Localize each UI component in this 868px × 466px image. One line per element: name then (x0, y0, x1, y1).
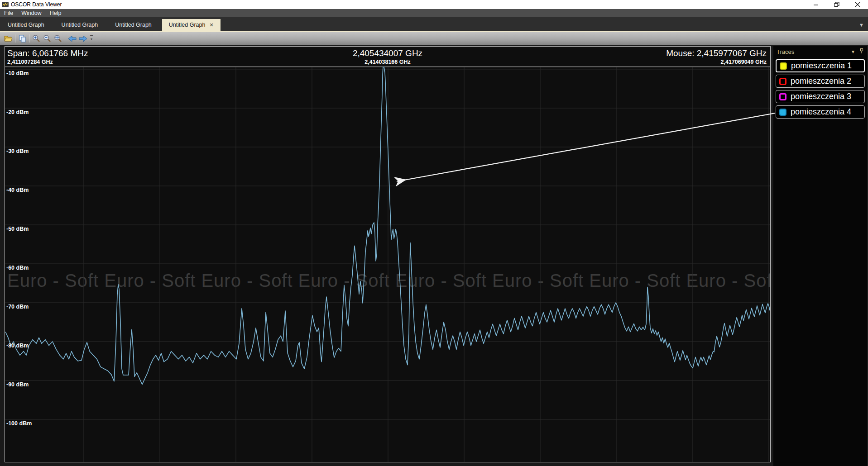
spectrum-chart-panel[interactable]: Span: 6,061766 MHz 2,405434007 GHz Mouse… (5, 46, 771, 462)
restore-button[interactable] (826, 0, 847, 9)
spectrum-plot[interactable] (5, 67, 770, 462)
minimize-button[interactable] (806, 0, 826, 9)
end-freq-label: 2,417069049 GHz (721, 59, 767, 65)
navigate-forward-button[interactable] (77, 33, 88, 44)
y-axis-label: -60 dBm (6, 265, 29, 271)
trace-color-swatch-cyan (779, 109, 786, 116)
y-axis-label: -20 dBm (6, 109, 29, 115)
close-button[interactable] (847, 0, 868, 9)
window-title: OSCOR Data Viewer (11, 1, 62, 8)
traces-panel-header: Traces ▼ (773, 46, 867, 57)
trace-item-pomieszczenia-4[interactable]: pomieszczenia 4 (776, 105, 865, 119)
y-axis-label: -90 dBm (6, 381, 29, 388)
menu-window[interactable]: Window (17, 9, 45, 17)
trace-color-swatch-yellow (780, 62, 787, 70)
trace-color-swatch-red (779, 78, 786, 85)
tab-label: Untitled Graph (169, 22, 206, 28)
menu-help[interactable]: Help (46, 9, 66, 17)
y-axis-label: -80 dBm (6, 342, 29, 349)
y-axis-label: -10 dBm (6, 70, 29, 76)
center-freq-small-label: 2,414038166 GHz (5, 59, 770, 65)
mouse-freq-readout: Mouse: 2,415977067 GHz (666, 48, 767, 58)
window-controls (806, 0, 868, 9)
zoom-reset-button[interactable] (53, 33, 63, 44)
y-axis-label: -100 dBm (6, 420, 32, 427)
pin-icon[interactable] (859, 48, 864, 55)
trace-label: pomieszczenia 3 (791, 92, 851, 101)
trace-item-pomieszczenia-1[interactable]: pomieszczenia 1 (776, 59, 865, 72)
title-bar: OSCOR Data Viewer (0, 0, 868, 9)
trace-legend-list: pomieszczenia 1 pomieszczenia 2 pomieszc… (773, 57, 867, 119)
y-axis-label: -40 dBm (6, 187, 29, 193)
menu-file[interactable]: File (0, 9, 17, 17)
toolbar-overflow-chevron-icon[interactable]: ▔▾ (90, 37, 93, 40)
app-logo-icon (2, 2, 9, 7)
trace-item-pomieszczenia-3[interactable]: pomieszczenia 3 (776, 90, 865, 103)
toolbar-separator (65, 34, 65, 43)
y-axis-label: -70 dBm (6, 304, 29, 310)
center-freq-readout: 2,405434007 GHz (5, 48, 770, 58)
toolbar-separator (15, 34, 15, 43)
tab-untitled-graph-4-active[interactable]: Untitled Graph ✕ (162, 19, 221, 31)
trace-color-swatch-magenta (779, 93, 786, 100)
trace-label: pomieszczenia 4 (791, 107, 851, 117)
y-axis-label: -30 dBm (6, 148, 29, 154)
zoom-in-button[interactable] (31, 33, 42, 44)
oscor-data-viewer-window: OSCOR Data Viewer File Window Help Untit… (0, 0, 868, 466)
traces-panel: Traces ▼ pomieszczenia 1 pomieszczenia 2 (773, 46, 867, 466)
open-file-button[interactable] (3, 33, 14, 44)
tab-strip: Untitled Graph Untitled Graph Untitled G… (0, 17, 868, 32)
trace-item-pomieszczenia-2[interactable]: pomieszczenia 2 (776, 75, 865, 88)
traces-menu-chevron-down-icon[interactable]: ▼ (851, 49, 855, 54)
y-axis-label: -50 dBm (6, 226, 29, 232)
tab-label: Untitled Graph (8, 22, 44, 28)
trace-label: pomieszczenia 1 (791, 61, 852, 71)
toolbar: ▔▾ (0, 32, 868, 45)
tab-label: Untitled Graph (62, 22, 98, 28)
tab-untitled-graph-3[interactable]: Untitled Graph (108, 19, 158, 31)
menu-bar: File Window Help (0, 9, 868, 17)
main-area: Span: 6,061766 MHz 2,405434007 GHz Mouse… (0, 45, 868, 466)
toolbar-separator (29, 34, 29, 43)
tab-overflow-chevron-down-icon[interactable]: ▼ (859, 22, 864, 28)
copy-button[interactable] (17, 33, 28, 44)
navigate-back-button[interactable] (67, 33, 77, 44)
zoom-out-button[interactable] (42, 33, 53, 44)
trace-label: pomieszczenia 2 (791, 76, 851, 86)
tab-label: Untitled Graph (115, 22, 152, 28)
tab-untitled-graph-2[interactable]: Untitled Graph (55, 19, 105, 31)
tab-close-icon[interactable]: ✕ (209, 22, 213, 28)
traces-panel-title: Traces (777, 48, 851, 55)
tab-untitled-graph-1[interactable]: Untitled Graph (1, 19, 51, 31)
